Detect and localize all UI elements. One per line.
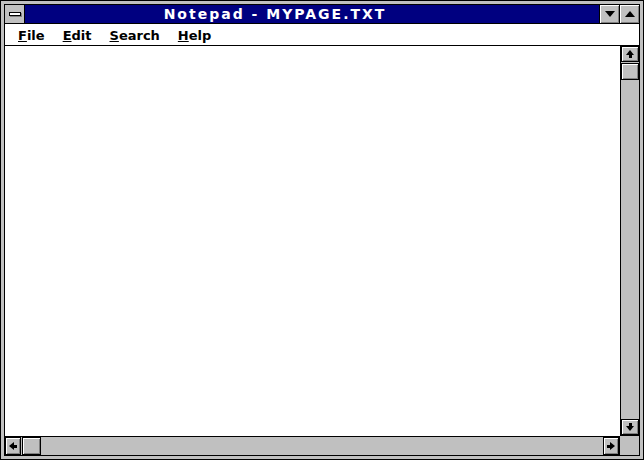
notepad-window: Notepad - MYPAGE.TXT File Edit Search He… xyxy=(0,0,644,460)
horizontal-scrollbar-thumb[interactable] xyxy=(22,437,41,455)
menu-bar: File Edit Search Help xyxy=(5,24,639,46)
scroll-down-button[interactable] xyxy=(621,419,639,435)
arrow-up-icon xyxy=(626,50,634,58)
arrow-right-icon xyxy=(607,442,615,450)
system-menu-minus-icon xyxy=(9,12,21,16)
menu-item-search[interactable]: Search xyxy=(101,26,169,44)
maximize-triangle-up-icon xyxy=(625,11,635,17)
window-title: Notepad - MYPAGE.TXT xyxy=(164,5,387,23)
menu-item-file[interactable]: File xyxy=(9,26,54,44)
window-resize-frame[interactable]: Notepad - MYPAGE.TXT File Edit Search He… xyxy=(1,1,643,459)
vertical-scrollbar[interactable] xyxy=(620,46,639,436)
minimize-button[interactable] xyxy=(599,5,619,23)
scroll-left-button[interactable] xyxy=(5,437,21,455)
scroll-right-button[interactable] xyxy=(603,437,619,455)
window-client-area: Notepad - MYPAGE.TXT File Edit Search He… xyxy=(4,4,640,456)
menu-item-edit[interactable]: Edit xyxy=(54,26,101,44)
arrow-left-icon xyxy=(9,442,17,450)
minimize-triangle-down-icon xyxy=(605,11,615,17)
scroll-up-button[interactable] xyxy=(621,46,639,62)
title-bar-caption-area: Notepad - MYPAGE.TXT xyxy=(25,5,599,23)
system-menu-button[interactable] xyxy=(5,5,25,23)
scrollbar-corner xyxy=(620,436,639,455)
vertical-scrollbar-thumb[interactable] xyxy=(621,63,639,80)
title-bar[interactable]: Notepad - MYPAGE.TXT xyxy=(5,5,639,24)
menu-item-help[interactable]: Help xyxy=(169,26,220,44)
content-area xyxy=(5,46,639,455)
horizontal-scrollbar[interactable] xyxy=(5,436,620,455)
arrow-down-icon xyxy=(626,423,634,431)
editor-text-area[interactable] xyxy=(5,46,620,436)
maximize-button[interactable] xyxy=(619,5,639,23)
